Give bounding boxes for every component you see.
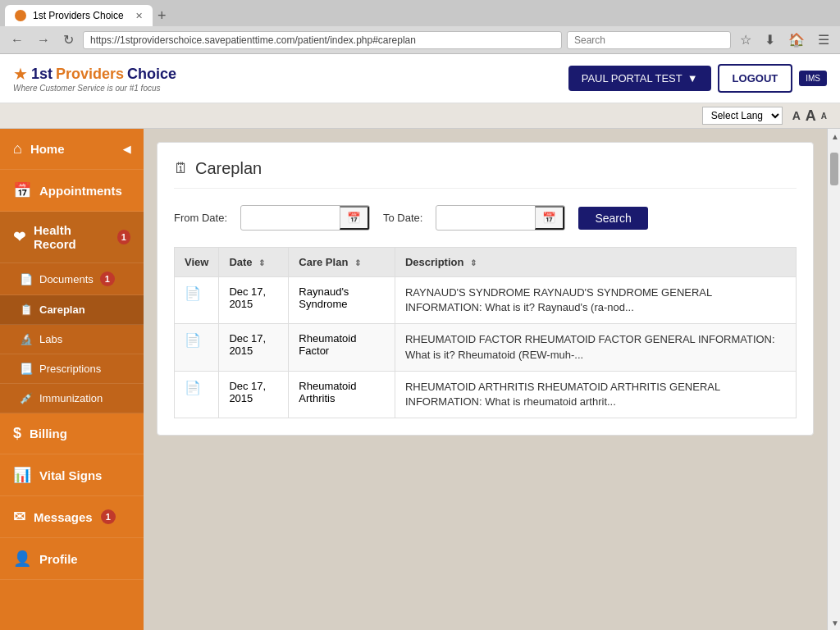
sidebar-profile-label: Profile <box>39 552 78 566</box>
to-date-wrap: 📅 <box>436 205 565 231</box>
sidebar-item-home[interactable]: ⌂ Home ◀ <box>0 129 144 170</box>
sidebar-item-billing[interactable]: $ Billing <box>0 413 144 454</box>
back-button[interactable]: ← <box>7 31 28 49</box>
to-date-input[interactable] <box>436 208 535 228</box>
to-date-calendar-button[interactable]: 📅 <box>535 206 564 230</box>
download-button[interactable]: ⬇ <box>760 30 779 49</box>
url-bar[interactable]: https://1stproviderschoice.savepatientti… <box>83 31 562 49</box>
table-cell-care-plan: Raynaud's Syndrome <box>289 277 395 324</box>
new-tab-button[interactable]: + <box>153 7 171 25</box>
sidebar-health-record-label: Health Record <box>34 223 109 251</box>
view-icon[interactable]: 📄 <box>185 286 201 300</box>
scroll-down-button[interactable]: ▼ <box>828 615 840 630</box>
logo-tagline: Where Customer Service is our #1 focus <box>13 84 176 93</box>
table-cell-description: RAYNAUD'S SYNDROME RAYNAUD'S SYNDROME GE… <box>395 277 796 324</box>
app-header: ★ 1st Providers Choice Where Customer Se… <box>0 54 840 103</box>
table-cell-date: Dec 17, 2015 <box>219 371 289 418</box>
scroll-thumb[interactable] <box>830 153 838 185</box>
immunization-icon: 💉 <box>20 392 33 404</box>
health-record-badge: 1 <box>117 230 130 244</box>
view-icon[interactable]: 📄 <box>185 381 201 395</box>
prescriptions-icon: 📃 <box>20 363 33 375</box>
from-date-input[interactable] <box>241 208 340 228</box>
profile-icon: 👤 <box>13 550 31 568</box>
sidebar-collapse-icon[interactable]: ◀ <box>123 144 130 155</box>
logo-area: ★ 1st Providers Choice Where Customer Se… <box>13 64 176 93</box>
submenu-item-labs[interactable]: 🔬 Labs <box>0 325 144 354</box>
language-select[interactable]: Select Lang <box>702 107 783 125</box>
sidebar-item-health-record[interactable]: ❤ Health Record 1 <box>0 212 144 263</box>
table-cell-description: RHEUMATOID FACTOR RHEUMATOID FACTOR GENE… <box>395 324 796 371</box>
col-header-care-plan: Care Plan ⇕ <box>289 248 395 277</box>
table-cell-care-plan: Rheumatoid Factor <box>289 324 395 371</box>
sidebar-vital-signs-label: Vital Signs <box>39 468 102 482</box>
sidebar-item-appointments[interactable]: 📅 Appointments <box>0 170 144 212</box>
sidebar-billing-label: Billing <box>30 427 67 441</box>
col-header-date: Date ⇕ <box>219 248 289 277</box>
home-nav-button[interactable]: 🏠 <box>784 30 809 49</box>
careplan-table: View Date ⇕ Care Plan ⇕ Description ⇕ <box>174 247 797 418</box>
font-normal-button[interactable]: A <box>792 107 801 125</box>
date-filter-area: From Date: 📅 To Date: 📅 Search <box>174 205 797 231</box>
user-button-label: PAUL PORTAL TEST <box>582 72 682 84</box>
messages-icon: ✉ <box>13 508 25 526</box>
logo-choice: Choice <box>127 66 176 83</box>
submenu-item-immunization[interactable]: 💉 Immunization <box>0 384 144 413</box>
forward-button[interactable]: → <box>33 31 54 49</box>
menu-button[interactable]: ☰ <box>814 30 833 49</box>
user-dropdown-icon: ▼ <box>687 72 698 84</box>
search-button[interactable]: Search <box>578 207 647 230</box>
scroll-track <box>828 144 840 615</box>
font-zoom-out-button[interactable]: A <box>821 107 827 125</box>
vital-signs-icon: 📊 <box>13 466 31 484</box>
sidebar-item-messages[interactable]: ✉ Messages 1 <box>0 496 144 538</box>
table-cell-view: 📄 <box>175 324 219 371</box>
date-sort-icon[interactable]: ⇕ <box>258 258 265 267</box>
from-date-calendar-button[interactable]: 📅 <box>340 206 369 230</box>
sidebar: ⌂ Home ◀ 📅 Appointments ❤ Health Record … <box>0 129 144 630</box>
sidebar-item-profile[interactable]: 👤 Profile <box>0 538 144 580</box>
table-cell-date: Dec 17, 2015 <box>219 277 289 324</box>
font-controls: A A A <box>792 107 827 125</box>
careplan-label: Careplan <box>39 304 85 316</box>
billing-icon: $ <box>13 425 21 442</box>
care-plan-sort-icon[interactable]: ⇕ <box>354 258 361 267</box>
sidebar-messages-label: Messages <box>34 510 93 524</box>
logout-button[interactable]: LOGOUT <box>718 64 793 93</box>
scroll-up-button[interactable]: ▲ <box>828 129 840 144</box>
labs-icon: 🔬 <box>20 333 33 345</box>
view-icon[interactable]: 📄 <box>185 333 201 347</box>
to-date-label: To Date: <box>383 212 422 224</box>
reload-button[interactable]: ↻ <box>59 30 78 49</box>
description-sort-icon[interactable]: ⇕ <box>470 258 477 267</box>
health-record-icon: ❤ <box>13 228 25 246</box>
logo-providers: Providers <box>56 66 124 83</box>
sidebar-item-vital-signs[interactable]: 📊 Vital Signs <box>0 454 144 496</box>
col-header-description: Description ⇕ <box>395 248 796 277</box>
logo-1st: 1st <box>31 66 52 83</box>
from-date-wrap: 📅 <box>240 205 370 231</box>
font-zoom-in-button[interactable]: A <box>806 107 816 125</box>
tab-close-button[interactable]: ✕ <box>135 11 143 21</box>
documents-label: Documents <box>39 273 94 285</box>
user-portal-button[interactable]: PAUL PORTAL TEST ▼ <box>568 66 711 91</box>
scrollbar[interactable]: ▲ ▼ <box>827 129 840 630</box>
header-right: PAUL PORTAL TEST ▼ LOGOUT IMS <box>568 64 827 93</box>
browser-search-input[interactable] <box>574 34 724 46</box>
browser-tab[interactable]: 1st Providers Choice ✕ <box>5 5 153 26</box>
table-cell-view: 📄 <box>175 277 219 324</box>
browser-search-box[interactable] <box>567 31 731 49</box>
careplan-page-title: Careplan <box>195 159 262 178</box>
submenu-item-documents[interactable]: 📄 Documents 1 <box>0 263 144 295</box>
submenu-item-careplan[interactable]: 📋 Careplan <box>0 295 144 325</box>
bookmarks-button[interactable]: ☆ <box>736 30 756 49</box>
sidebar-appointments-label: Appointments <box>39 184 122 198</box>
submenu-item-prescriptions[interactable]: 📃 Prescriptions <box>0 354 144 384</box>
immunization-label: Immunization <box>39 392 103 404</box>
appointments-icon: 📅 <box>13 181 31 199</box>
logo-main: ★ 1st Providers Choice <box>13 64 176 84</box>
url-text: https://1stproviderschoice.savepatientti… <box>90 34 555 46</box>
from-date-label: From Date: <box>174 212 227 224</box>
logo-star-icon: ★ <box>13 64 28 84</box>
careplan-icon: 📋 <box>20 304 33 316</box>
